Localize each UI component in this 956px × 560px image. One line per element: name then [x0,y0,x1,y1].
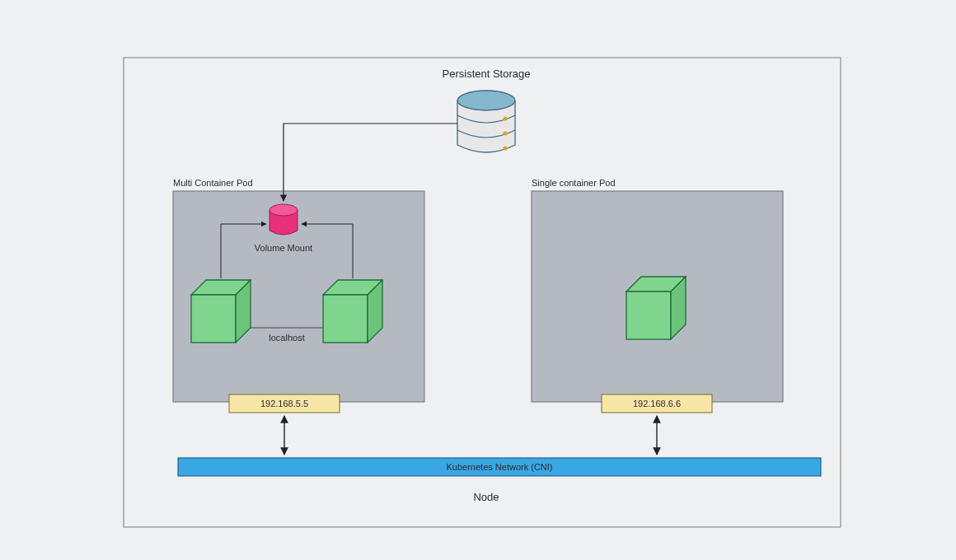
persistent-storage-label: Persistent Storage [443,68,531,80]
arrow-storage-to-volume [284,124,457,201]
single-pod-label: Single container Pod [532,178,616,188]
container-cube-single [626,277,686,339]
svg-rect-9 [323,295,368,343]
svg-point-1 [503,116,507,120]
svg-point-4 [269,204,298,216]
node-label: Node [473,491,499,503]
multi-pod-label: Multi Container Pod [173,178,253,188]
svg-point-3 [503,146,507,150]
ip-label-single: 192.168.6.6 [633,399,681,408]
volume-mount-label: Volume Mount [255,243,312,253]
volume-mount-icon [269,204,298,235]
svg-point-2 [503,131,507,135]
svg-point-0 [457,91,515,110]
svg-rect-12 [626,292,671,339]
svg-rect-6 [191,295,236,343]
diagram-canvas: Persistent Storage Multi Container Pod S… [0,0,956,560]
ip-label-multi: 192.168.5.5 [260,399,308,408]
container-cube-left [191,280,251,343]
storage-icon [457,91,515,152]
network-label: Kubernetes Network (CNI) [447,462,553,472]
localhost-label: localhost [269,333,304,343]
container-cube-right [323,280,382,343]
